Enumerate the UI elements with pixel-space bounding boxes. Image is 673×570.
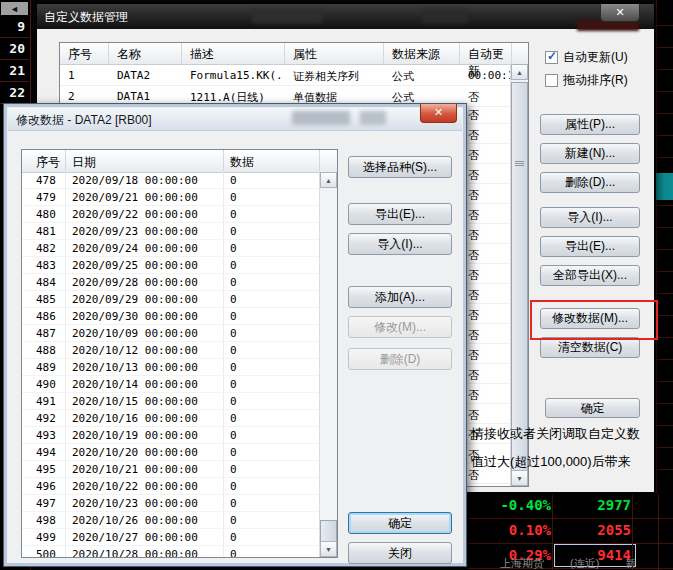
row-number: 20 xyxy=(0,38,29,60)
column-header[interactable]: 数据 xyxy=(224,150,320,172)
table-row[interactable]: 4962020/10/22 00:00:000 xyxy=(22,478,320,495)
delete-button[interactable]: 删除(D)... xyxy=(540,172,640,193)
column-header[interactable]: 日期 xyxy=(66,150,224,172)
table-row[interactable]: 4982020/10/26 00:00:000 xyxy=(22,512,320,529)
drag-sort-checkbox[interactable]: 拖动排序(R) xyxy=(545,72,628,89)
table-row: 否 xyxy=(460,204,512,224)
table-row: 否 xyxy=(460,284,512,304)
table-row[interactable]: 4842020/09/28 00:00:000 xyxy=(22,274,320,291)
scrollbar-thumb[interactable] xyxy=(511,82,528,482)
close-button[interactable]: ✕ xyxy=(420,104,457,123)
table-row[interactable]: 4852020/09/29 00:00:000 xyxy=(22,291,320,308)
change-percent: 0.10% xyxy=(509,522,551,538)
new-button[interactable]: 新建(N)... xyxy=(540,143,640,164)
column-header[interactable]: 序号 xyxy=(60,43,109,64)
dialog-title-bar: 自定义数据管理 ✕ xyxy=(37,4,654,29)
table-row[interactable]: 4882020/10/12 00:00:000 xyxy=(22,342,320,359)
add-button[interactable]: 添加(A)... xyxy=(348,286,452,308)
table-row[interactable]: 4952020/10/21 00:00:000 xyxy=(22,461,320,478)
column-header[interactable]: 描述 xyxy=(182,43,285,64)
vertical-scrollbar[interactable]: ▲ ▼ xyxy=(319,172,337,557)
grid-marker-icon: ◄ xyxy=(1,2,28,15)
clear-data-button[interactable]: 清空数据(C) xyxy=(540,337,640,358)
table-row: 否 xyxy=(460,364,512,384)
table-row[interactable]: 4912020/10/15 00:00:000 xyxy=(22,393,320,410)
close-icon: ✕ xyxy=(615,6,624,18)
blur-redaction xyxy=(360,111,386,125)
export-all-button[interactable]: 全部导出(X)... xyxy=(540,265,640,286)
scroll-up-icon[interactable]: ▲ xyxy=(320,172,337,188)
row-number: 22 xyxy=(0,82,29,104)
ok-button[interactable]: 确定 xyxy=(545,398,640,418)
table-row[interactable]: 5002020/10/28 00:00:000 xyxy=(22,546,320,557)
blur-redaction xyxy=(252,10,322,23)
close-dialog-button[interactable]: 关闭 xyxy=(348,542,452,564)
scroll-down-icon[interactable]: ▼ xyxy=(320,541,337,557)
vertical-scrollbar[interactable]: ▲ ▼ xyxy=(510,64,528,486)
quote-value[interactable]: 2055 xyxy=(554,519,636,542)
select-symbol-button[interactable]: 选择品种(S)... xyxy=(348,156,452,178)
table-row: 否 xyxy=(460,244,512,264)
blur-redaction xyxy=(292,111,350,125)
blur-redaction xyxy=(422,10,468,23)
bottom-tab[interactable]: (连近) xyxy=(570,556,599,570)
table-row[interactable]: 4812020/09/23 00:00:000 xyxy=(22,223,320,240)
quote-row[interactable]: 0.10%2055 xyxy=(468,519,673,544)
ok-button[interactable]: 确定 xyxy=(348,512,452,534)
table-row[interactable]: 4822020/09/24 00:00:000 xyxy=(22,240,320,257)
bottom-tab[interactable]: 新 xyxy=(625,556,636,570)
table-row[interactable]: 4792020/09/21 00:00:000 xyxy=(22,189,320,206)
selected-row-highlight xyxy=(656,173,673,200)
import-button[interactable]: 导入(I)... xyxy=(348,233,452,255)
table-row[interactable]: 4972020/10/23 00:00:000 xyxy=(22,495,320,512)
table-row: 否 xyxy=(460,124,512,144)
import-button[interactable]: 导入(I)... xyxy=(540,207,640,228)
table-row: 否 xyxy=(460,264,512,284)
quote-row[interactable]: -0.40%2977 xyxy=(468,494,673,519)
column-header[interactable]: 数据来源 xyxy=(384,43,460,64)
hint-text-line: 情接收或者关闭调取自定义数 xyxy=(471,425,640,443)
column-header[interactable]: 属性 xyxy=(285,43,384,64)
bottom-tab[interactable]: 上海期货 xyxy=(500,556,544,570)
checkbox-icon[interactable] xyxy=(545,51,558,64)
scroll-up-icon[interactable]: ▲ xyxy=(511,64,528,80)
table-row[interactable]: 1 DATA2 Formula15.KK(... 证券相关序列 公式 00:00… xyxy=(60,65,528,86)
column-header[interactable]: 序号 xyxy=(22,150,66,172)
export-button[interactable]: 导出(E)... xyxy=(348,203,452,225)
modify-table-body: 4782020/09/18 00:00:0004792020/09/21 00:… xyxy=(22,172,320,557)
checkbox-icon[interactable] xyxy=(545,74,558,87)
column-header[interactable]: 自动更新 xyxy=(460,43,512,64)
scrollbar-thumb[interactable] xyxy=(320,520,337,542)
table-row: 否 xyxy=(460,384,512,404)
export-button[interactable]: 导出(E)... xyxy=(540,236,640,257)
table-row[interactable]: 4892020/10/13 00:00:000 xyxy=(22,359,320,376)
table-row[interactable]: 4802020/09/22 00:00:000 xyxy=(22,206,320,223)
table-row[interactable]: 4992020/10/27 00:00:000 xyxy=(22,529,320,546)
change-percent: -0.40% xyxy=(500,497,551,513)
dialog-title-bar: 修改数据 - DATA2 [RB00] xyxy=(8,108,462,131)
table-row[interactable]: 4922020/10/16 00:00:000 xyxy=(22,410,320,427)
scroll-down-icon[interactable]: ▼ xyxy=(511,470,528,486)
row-number: 21 xyxy=(0,60,29,82)
modify-button[interactable]: 修改(M)... xyxy=(348,316,452,338)
table-row: 否 xyxy=(460,324,512,344)
table-row[interactable]: 4932020/10/19 00:00:000 xyxy=(22,427,320,444)
table-row: 否 xyxy=(460,104,512,124)
table-header-row: 序号 名称 描述 属性 数据来源 自动更新 xyxy=(60,43,528,65)
close-button[interactable]: ✕ xyxy=(600,4,640,22)
properties-button[interactable]: 属性(P)... xyxy=(540,114,640,135)
table-row[interactable]: 4942020/10/20 00:00:000 xyxy=(22,444,320,461)
table-row[interactable]: 4862020/09/30 00:00:000 xyxy=(22,308,320,325)
table-row[interactable]: 4782020/09/18 00:00:000 xyxy=(22,172,320,189)
table-row: 否 xyxy=(460,164,512,184)
auto-update-checkbox[interactable]: 自动更新(U) xyxy=(545,49,628,66)
table-row[interactable]: 4902020/10/14 00:00:000 xyxy=(22,376,320,393)
table-row: 否 xyxy=(460,184,512,204)
table-row[interactable]: 4832020/09/25 00:00:000 xyxy=(22,257,320,274)
column-header[interactable]: 名称 xyxy=(109,43,182,64)
table-row[interactable]: 4872020/10/09 00:00:000 xyxy=(22,325,320,342)
bottom-tab-bar: 上海期货(连近)新 xyxy=(470,556,673,570)
dialog-title: 自定义数据管理 xyxy=(44,9,128,26)
delete-button[interactable]: 删除(D) xyxy=(348,348,452,370)
quote-value[interactable]: 2977 xyxy=(554,494,636,517)
